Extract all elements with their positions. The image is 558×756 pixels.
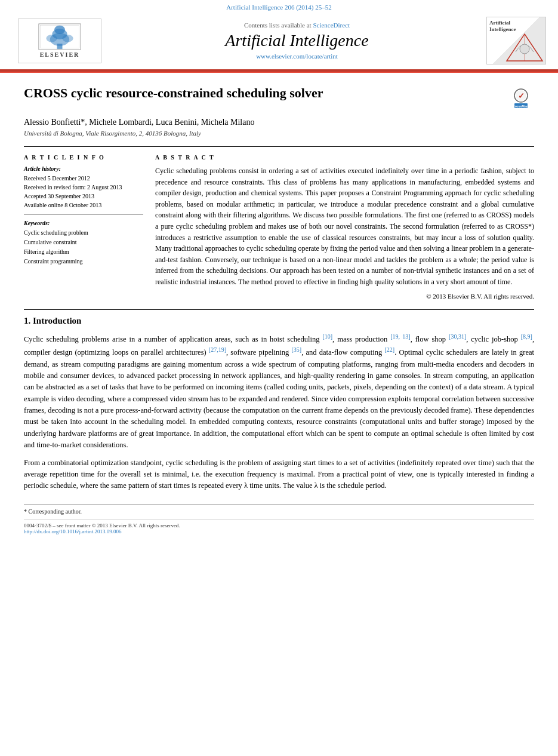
article-info-abstract-section: A R T I C L E I N F O Article history: R… [24,146,534,300]
body-divider [24,309,534,310]
elsevier-brand-label: ELSEVIER [40,51,80,58]
crossmark-badge: ✓ CrossMark [507,85,534,112]
elsevier-logo-box: ELSEVIER [18,19,101,63]
svg-point-3 [54,26,65,34]
journal-meta-row: ELSEVIER Contents lists available at Sci… [0,12,558,69]
keyword-2: Cumulative constraint [24,238,143,247]
abstract-heading: A B S T R A C T [155,154,534,161]
paper-title-row: CROSS cyclic resource-constrained schedu… [24,85,534,112]
authors-line: Alessio Bonfietti*, Michele Lombardi, Lu… [24,118,534,127]
journal-title: Artificial Intelligence [107,31,486,50]
red-divider [0,69,558,72]
intro-section-title: 1. Introduction [24,316,534,326]
journal-header: Artificial Intelligence 206 (2014) 25–52… [0,0,558,73]
ref-35: [35] [291,346,301,353]
footnote-corresponding: * Corresponding author. [24,508,534,515]
intro-section-num: 1. [24,316,30,325]
issn-line: 0004-3702/$ – see front matter © 2013 El… [24,523,180,528]
article-info-heading: A R T I C L E I N F O [24,154,143,161]
journal-logo-right-inner: ArtificialIntelligence [487,17,545,64]
keyword-4: Constraint programming [24,257,143,266]
copyright-line: © 2013 Elsevier B.V. All rights reserved… [155,293,534,300]
keyword-1: Cyclic scheduling problem [24,228,143,238]
paper-title-text: CROSS cyclic resource-constrained schedu… [24,85,495,102]
article-info-column: A R T I C L E I N F O Article history: R… [24,154,143,300]
keywords-label: Keywords: [24,220,143,226]
revised-date: Received in revised form: 2 August 2013 [24,183,143,192]
abstract-text: Cyclic scheduling problems consist in or… [155,165,534,288]
ref-22: [22] [385,346,395,353]
journal-center-info: Contents lists available at ScienceDirec… [107,21,486,60]
svg-text:✓: ✓ [517,91,524,100]
footer-bar: 0004-3702/$ – see front matter © 2013 El… [24,520,534,534]
keyword-3: Filtering algorithm [24,247,143,257]
ref-19-13: [19, 13] [390,333,410,340]
elsevier-logo-section: ELSEVIER [12,19,107,63]
contents-line: Contents lists available at ScienceDirec… [107,21,486,29]
intro-section-label: Introduction [33,316,81,325]
available-date: Available online 8 October 2013 [24,201,143,210]
ref-10: [10] [322,333,332,340]
affiliation-line: Università di Bologna, Viale Risorgiment… [24,130,534,137]
received-date: Received 5 December 2012 [24,174,143,183]
intro-paragraph-2: From a combinatorial optimization standp… [24,457,534,492]
svg-point-4 [47,35,57,42]
svg-point-5 [63,35,73,42]
journal-url[interactable]: www.elsevier.com/locate/artint [107,53,486,60]
article-history-block: Article history: Received 5 December 201… [24,165,143,215]
journal-right-logo: ArtificialIntelligence [486,17,546,64]
intro-paragraph-1: Cyclic scheduling problems arise in a nu… [24,332,534,451]
journal-citation-bar: Artificial Intelligence 206 (2014) 25–52 [0,0,558,12]
paper-content: CROSS cyclic resource-constrained schedu… [0,73,558,546]
paper-footer: * Corresponding author. 0004-3702/$ – se… [24,504,534,534]
elsevier-tree-icon [36,23,84,50]
footer-left: 0004-3702/$ – see front matter © 2013 El… [24,523,180,534]
sciencedirect-link[interactable]: ScienceDirect [313,21,350,29]
ref-27-19: [27,19] [209,346,226,353]
article-history-label: Article history: [24,165,143,172]
keywords-block: Keywords: Cyclic scheduling problem Cumu… [24,220,143,266]
ref-30-31: [30,31] [449,333,466,340]
crossmark-icon: ✓ CrossMark [510,87,532,110]
abstract-column: A B S T R A C T Cyclic scheduling proble… [155,154,534,300]
journal-citation: Artificial Intelligence 206 (2014) 25–52 [226,4,332,11]
svg-point-12 [520,44,529,54]
ai-logo-graphic-icon [504,31,545,64]
ref-8-9: [8,9] [521,333,532,340]
accepted-date: Accepted 30 September 2013 [24,192,143,201]
doi-line[interactable]: http://dx.doi.org/10.1016/j.artint.2013.… [24,528,180,534]
svg-text:CrossMark: CrossMark [512,104,529,107]
